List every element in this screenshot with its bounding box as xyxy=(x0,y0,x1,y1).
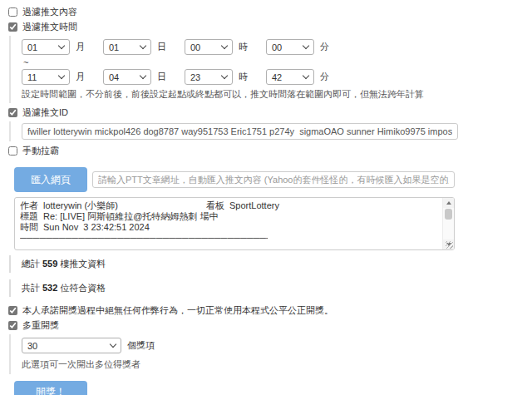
manual-slot-label: 手動拉霸 xyxy=(22,146,59,156)
time-to-day-select[interactable]: 04 xyxy=(103,69,151,85)
filter-content-label: 過濾推文內容 xyxy=(22,7,77,17)
article-time-line: 時間Sun Nov 3 23:42:51 2024 xyxy=(20,222,437,233)
draw-button[interactable]: 開獎！ xyxy=(14,381,87,395)
chevron-down-icon xyxy=(58,72,65,79)
pledge-label: 本人承諾開獎過程中絕無任何作弊行為，一切正常使用本程式公平公正開獎。 xyxy=(22,305,333,316)
filter-time-row: 過濾推文時間 xyxy=(8,22,525,32)
import-webpage-button[interactable]: 匯入網頁 xyxy=(14,167,87,192)
pledge-checkbox[interactable] xyxy=(8,306,17,315)
manual-slot-checkbox[interactable] xyxy=(8,146,17,156)
time-to-month-value: 11 xyxy=(27,72,37,82)
time-from-minute-value: 00 xyxy=(272,42,282,52)
prize-count-unit-label: 個獎項 xyxy=(127,339,155,352)
article-divider: ────────────────────────────────────────… xyxy=(20,233,268,244)
filter-time-label: 過濾推文時間 xyxy=(22,22,77,32)
total-pushes-stat: 總計559樓推文資料 xyxy=(9,255,525,273)
prize-count-section: 30 個獎項 此選項可一次開出多位得獎者 xyxy=(9,334,525,374)
filter-content-row: 過濾推文內容 xyxy=(8,7,525,17)
article-board: 看板SportLottery xyxy=(206,200,279,211)
time-from-month-value: 01 xyxy=(27,42,37,52)
time-from-day-select[interactable]: 01 xyxy=(103,39,151,55)
manual-slot-row: 手動拉霸 xyxy=(8,146,525,156)
import-row: 匯入網頁 xyxy=(14,167,525,192)
prize-count-value: 30 xyxy=(27,341,37,351)
time-from-hour-select[interactable]: 00 xyxy=(185,39,233,55)
chevron-down-icon xyxy=(110,341,116,348)
time-to-minute-select[interactable]: 42 xyxy=(266,69,314,85)
time-range-separator: ~ xyxy=(23,57,525,67)
chevron-down-icon xyxy=(303,72,309,79)
chevron-down-icon xyxy=(140,42,146,49)
total-pushes-count: 559 xyxy=(42,259,57,269)
chevron-down-icon xyxy=(140,72,146,79)
ptt-url-input[interactable] xyxy=(92,171,455,188)
time-to-row: 11 月 04 日 23 時 42 分 xyxy=(22,69,525,85)
article-author: 作者lotterywin (小樂師) xyxy=(20,200,206,211)
id-list-input[interactable] xyxy=(22,123,458,140)
unit-hour-label: 時 xyxy=(239,71,248,83)
multi-draw-checkbox[interactable] xyxy=(8,321,17,330)
article-content: 作者lotterywin (小樂師) 看板SportLottery 標題Re: … xyxy=(15,198,454,244)
multi-draw-row: 多重開獎 xyxy=(8,320,525,331)
time-from-day-value: 01 xyxy=(109,42,119,52)
multi-draw-label: 多重開獎 xyxy=(22,320,59,331)
time-from-month-select[interactable]: 01 xyxy=(22,39,70,55)
unit-minute-label: 分 xyxy=(320,41,329,53)
resize-grip-icon[interactable] xyxy=(446,241,453,249)
filter-id-row: 過濾推文ID xyxy=(8,107,525,118)
time-filter-help-text: 設定時間範圍，不分前後，前後設定起點或終點都可以，推文時間落在範圍內即可，但無法… xyxy=(22,88,525,101)
time-from-minute-select[interactable]: 00 xyxy=(266,39,314,55)
chevron-down-icon xyxy=(221,72,228,79)
unit-minute-label: 分 xyxy=(320,71,329,83)
time-to-month-select[interactable]: 11 xyxy=(22,69,70,85)
time-from-row: 01 月 01 日 00 時 00 分 xyxy=(22,39,525,55)
article-textarea[interactable]: 作者lotterywin (小樂師) 看板SportLottery 標題Re: … xyxy=(14,197,455,250)
time-to-day-value: 04 xyxy=(109,72,119,82)
prize-count-row: 30 個獎項 xyxy=(22,338,525,353)
article-header-line: 作者lotterywin (小樂師) 看板SportLottery xyxy=(20,200,437,211)
time-filter-section: 01 月 01 日 00 時 00 分 ~ 11 xyxy=(9,36,525,103)
prize-count-help-text: 此選項可一次開出多位得獎者 xyxy=(22,358,525,371)
scrollbar-track[interactable] xyxy=(443,208,454,239)
qualified-stat: 共計532位符合資格 xyxy=(9,279,525,297)
time-to-hour-select[interactable]: 23 xyxy=(185,69,233,85)
unit-month-label: 月 xyxy=(76,71,85,83)
unit-day-label: 日 xyxy=(157,41,166,53)
filter-content-checkbox[interactable] xyxy=(8,7,17,17)
ptt-lottery-tool-page: 過濾推文內容 過濾推文時間 01 月 01 日 00 時 00 xyxy=(0,0,532,395)
id-filter-section xyxy=(9,121,525,141)
time-to-minute-value: 42 xyxy=(272,72,282,82)
filter-time-checkbox[interactable] xyxy=(8,22,17,32)
chevron-down-icon xyxy=(221,42,228,49)
prize-count-select[interactable]: 30 xyxy=(22,338,121,353)
unit-day-label: 日 xyxy=(157,71,166,83)
pledge-row: 本人承諾開獎過程中絕無任何作弊行為，一切正常使用本程式公平公正開獎。 xyxy=(8,305,525,316)
time-from-hour-value: 00 xyxy=(190,42,200,52)
article-title-line: 標題Re: [LIVE] 阿斯頓維拉@托特納姆熱刺 場中 xyxy=(20,211,437,222)
chevron-down-icon xyxy=(303,42,309,49)
time-to-hour-value: 23 xyxy=(190,72,200,82)
scroll-up-icon[interactable] xyxy=(443,198,454,208)
unit-month-label: 月 xyxy=(76,41,85,53)
chevron-down-icon xyxy=(58,42,65,49)
unit-hour-label: 時 xyxy=(239,41,248,53)
filter-id-label: 過濾推文ID xyxy=(22,107,68,118)
filter-id-checkbox[interactable] xyxy=(8,108,17,117)
scrollbar-thumb[interactable] xyxy=(445,209,452,220)
qualified-count: 532 xyxy=(42,283,57,293)
